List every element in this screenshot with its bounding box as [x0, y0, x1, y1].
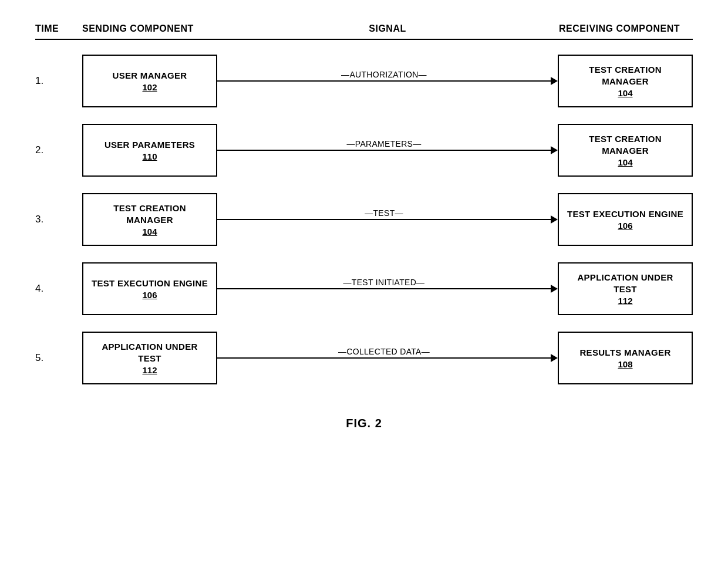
arrow-head-2 [551, 146, 558, 154]
sender-id-5: 112 [142, 365, 157, 375]
figure-caption: FIG. 2 [35, 417, 693, 430]
receiver-box-2: TEST CREATION MANAGER 104 [558, 124, 693, 177]
sender-name-2: USER PARAMETERS [105, 139, 195, 151]
arrow-head-3 [551, 215, 558, 224]
sender-box-2: USER PARAMETERS 110 [82, 124, 217, 177]
receiver-box-5: RESULTS MANAGER 108 [558, 332, 693, 384]
sender-name-4: TEST EXECUTION ENGINE [92, 278, 208, 289]
sender-id-1: 102 [142, 82, 157, 92]
sender-id-4: 106 [142, 290, 157, 300]
arrow-line-3: —TEST— [217, 215, 558, 224]
receiver-name-2: TEST CREATION MANAGER [566, 133, 685, 156]
receiver-id-1: 104 [618, 88, 632, 98]
signal-line-3: —TEST— [217, 219, 551, 220]
receiver-name-1: TEST CREATION MANAGER [566, 64, 685, 87]
arrow-line-5: —COLLECTED DATA— [217, 354, 558, 362]
signal-label-2: —PARAMETERS— [346, 139, 421, 148]
signal-line-5: —COLLECTED DATA— [217, 357, 551, 359]
signal-line-2: —PARAMETERS— [217, 150, 551, 151]
arrow-head-5 [551, 354, 558, 362]
sender-id-3: 104 [142, 227, 157, 237]
sender-box-1: USER MANAGER 102 [82, 55, 217, 107]
receiver-name-3: TEST EXECUTION ENGINE [567, 208, 683, 220]
receiver-box-4: APPLICATION UNDER TEST 112 [558, 262, 693, 315]
signal-line-4: —TEST INITIATED— [217, 288, 551, 289]
receiver-name-5: RESULTS MANAGER [579, 347, 670, 359]
row-number-2: 2. [35, 144, 82, 156]
row-number-1: 1. [35, 75, 82, 87]
arrow-area-1: —AUTHORIZATION— [217, 55, 558, 107]
header-sending: SENDING COMPONENT [82, 23, 229, 34]
signal-label-5: —COLLECTED DATA— [338, 347, 430, 356]
arrow-head-1 [551, 77, 558, 85]
diagram-container: TIME SENDING COMPONENT SIGNAL RECEIVING … [0, 0, 728, 448]
sender-name-5: APPLICATION UNDER TEST [90, 341, 209, 364]
signal-line-1: —AUTHORIZATION— [217, 80, 551, 82]
receiver-id-5: 108 [618, 359, 632, 369]
sequence-rows: 1. USER MANAGER 102 —AUTHORIZATION— TEST… [35, 52, 693, 387]
receiver-box-3: TEST EXECUTION ENGINE 106 [558, 193, 693, 246]
arrow-area-2: —PARAMETERS— [217, 124, 558, 177]
receiver-id-3: 106 [618, 221, 632, 231]
arrow-head-4 [551, 285, 558, 293]
sender-name-3: TEST CREATION MANAGER [90, 202, 209, 225]
sequence-row-2: 2. USER PARAMETERS 110 —PARAMETERS— TEST… [35, 121, 693, 180]
signal-label-1: —AUTHORIZATION— [341, 70, 427, 79]
sequence-row-4: 4. TEST EXECUTION ENGINE 106 —TEST INITI… [35, 259, 693, 318]
header-receiving: RECEIVING COMPONENT [546, 23, 693, 34]
arrow-area-5: —COLLECTED DATA— [217, 332, 558, 384]
header-row: TIME SENDING COMPONENT SIGNAL RECEIVING … [35, 23, 693, 40]
receiver-id-4: 112 [618, 296, 632, 306]
sender-box-5: APPLICATION UNDER TEST 112 [82, 332, 217, 384]
receiver-box-1: TEST CREATION MANAGER 104 [558, 55, 693, 107]
sender-box-4: TEST EXECUTION ENGINE 106 [82, 262, 217, 315]
arrow-line-4: —TEST INITIATED— [217, 285, 558, 293]
arrow-area-4: —TEST INITIATED— [217, 262, 558, 315]
sender-box-3: TEST CREATION MANAGER 104 [82, 193, 217, 246]
signal-label-4: —TEST INITIATED— [343, 278, 425, 287]
sequence-row-5: 5. APPLICATION UNDER TEST 112 —COLLECTED… [35, 329, 693, 387]
signal-label-3: —TEST— [365, 208, 403, 218]
header-time: TIME [35, 23, 82, 34]
receiver-id-2: 104 [618, 157, 632, 167]
header-signal: SIGNAL [229, 23, 546, 34]
sender-name-1: USER MANAGER [113, 70, 187, 82]
sequence-row-1: 1. USER MANAGER 102 —AUTHORIZATION— TEST… [35, 52, 693, 110]
arrow-line-2: —PARAMETERS— [217, 146, 558, 154]
row-number-5: 5. [35, 352, 82, 364]
sequence-row-3: 3. TEST CREATION MANAGER 104 —TEST— TEST… [35, 190, 693, 249]
arrow-line-1: —AUTHORIZATION— [217, 77, 558, 85]
sender-id-2: 110 [142, 151, 157, 161]
arrow-area-3: —TEST— [217, 193, 558, 246]
receiver-name-4: APPLICATION UNDER TEST [566, 272, 685, 295]
row-number-3: 3. [35, 214, 82, 225]
row-number-4: 4. [35, 283, 82, 295]
